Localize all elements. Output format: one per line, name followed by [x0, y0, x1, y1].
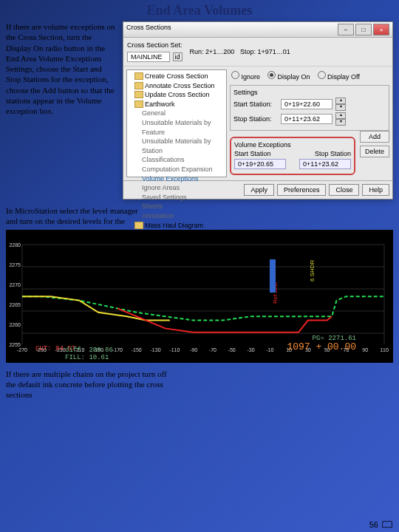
stop-station-value[interactable]: 0+11+23.62 [281, 114, 332, 124]
stop-value: 1+971…01 [257, 48, 290, 55]
exc-title: Volume Exceptions [234, 141, 351, 149]
page-number: 56 [369, 520, 393, 529]
add-button[interactable]: Add [360, 131, 389, 143]
svg-text:90: 90 [362, 347, 368, 352]
stop-station-label: Stop Station: [233, 115, 278, 123]
svg-text:-90: -90 [190, 347, 197, 352]
page-title: End Area Volumes [0, 0, 399, 21]
run-value: 2+1…200 [205, 48, 234, 55]
svg-rect-35 [270, 259, 276, 293]
svg-text:-150: -150 [132, 347, 142, 352]
svg-text:2255: 2255 [9, 342, 21, 347]
exc-stop-header: Stop Station [315, 150, 351, 157]
maximize-button[interactable]: □ [355, 24, 372, 35]
spinner-up-down-icon[interactable]: ▴▾ [335, 112, 346, 126]
cross-section-window: Cross Sections − □ × Cross Section Set: … [123, 21, 393, 200]
delete-button[interactable]: Delete [360, 146, 389, 157]
set-label: Cross Section Set: [126, 40, 184, 50]
svg-text:-170: -170 [112, 347, 123, 352]
settings-title: Settings [233, 89, 386, 96]
start-station-value[interactable]: 0+19+22.60 [281, 99, 332, 109]
svg-text:2260: 2260 [9, 322, 21, 327]
nav-tree[interactable]: Create Cross Section Annotate Cross Sect… [126, 69, 227, 177]
close-icon[interactable]: × [373, 24, 389, 35]
cross-section-chart: -270-250-230-210-190-170-150-130-110-90-… [6, 230, 393, 363]
book-icon [381, 520, 393, 529]
volume-exceptions-box: Volume Exceptions Start Station Stop Sta… [230, 137, 355, 175]
start-station-label: Start Station: [233, 100, 278, 108]
set-select[interactable]: MAINLINE [127, 52, 170, 62]
radio-ignore[interactable]: Ignore [231, 71, 260, 81]
station-label: 1097 + 00.00 [287, 341, 356, 352]
svg-text:-110: -110 [169, 347, 180, 352]
exc-start-header: Start Station [234, 150, 271, 157]
radio-display-on[interactable]: Display On [267, 71, 310, 81]
minimize-button[interactable]: − [338, 24, 354, 35]
svg-text:-30: -30 [247, 347, 254, 352]
radio-display-off[interactable]: Display Off [318, 71, 360, 81]
help-button[interactable]: Help [362, 184, 389, 196]
exc-stop-value[interactable]: 0+11+23.62 [299, 159, 351, 169]
settings-group: Settings Start Station: 0+19+22.60 ▴▾ St… [230, 85, 389, 131]
close-button[interactable]: Close [329, 184, 359, 196]
folder-icon [134, 91, 143, 98]
svg-text:-270: -270 [17, 347, 27, 352]
svg-text:110: 110 [380, 347, 389, 352]
svg-text:-70: -70 [209, 347, 216, 352]
apply-button[interactable]: Apply [244, 184, 274, 196]
run-label: Run: [190, 48, 204, 55]
spinner-up-down-icon[interactable]: ▴▾ [335, 98, 346, 111]
folder-icon [134, 100, 143, 108]
svg-text:2270: 2270 [9, 282, 21, 287]
svg-text:-10: -10 [266, 347, 273, 352]
window-title: Cross Sections [126, 24, 171, 35]
folder-icon [134, 72, 143, 80]
instruction-text-3: If there are multiple chains on the proj… [0, 363, 174, 400]
instruction-text-2: In MicroStation select the level manager… [0, 200, 145, 230]
window-titlebar: Cross Sections − □ × [123, 22, 392, 38]
svg-text:2265: 2265 [9, 302, 21, 307]
fill-label: diff: 280.86FILL: 10.61 [65, 347, 113, 361]
svg-text:6 SHDR: 6 SHDR [309, 259, 316, 282]
instruction-text-1: If there are volume exceptions on the Cr… [6, 21, 117, 200]
preferences-button[interactable]: Preferences [277, 184, 327, 196]
id-icon[interactable]: id [173, 52, 183, 61]
exc-start-value[interactable]: 0+19+20.65 [234, 159, 286, 169]
svg-text:2275: 2275 [9, 262, 21, 267]
stop-label: Stop: [240, 48, 256, 55]
folder-icon [134, 222, 143, 229]
svg-text:-130: -130 [151, 347, 161, 352]
svg-text:2280: 2280 [9, 242, 21, 248]
folder-icon [134, 82, 143, 89]
svg-text:-50: -50 [228, 347, 236, 352]
